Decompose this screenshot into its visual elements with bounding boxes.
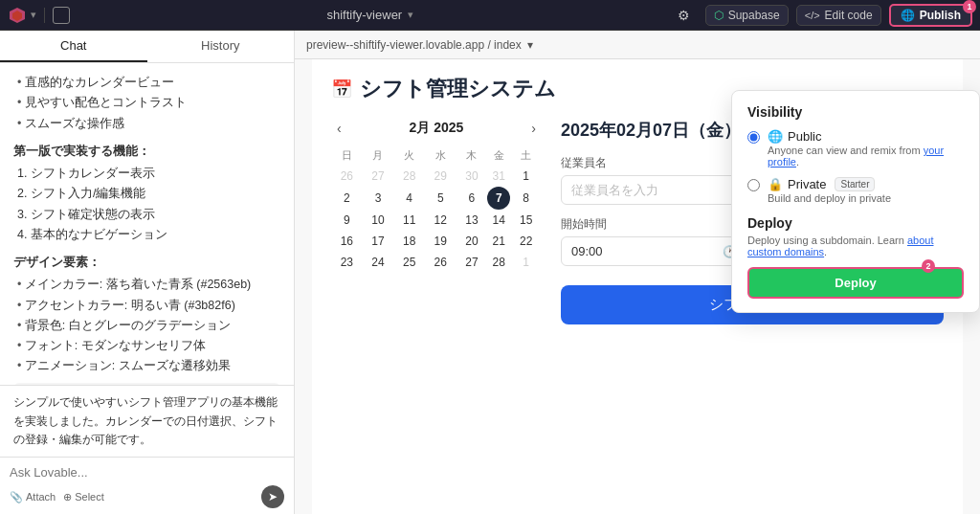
list-item: アクセントカラー: 明るい青 (#3b82f6) [17,296,280,316]
calendar-prev-button[interactable]: ‹ [331,119,347,138]
select-label: Select [75,491,104,503]
app-title: シフト管理システム [360,75,556,103]
list-item: 基本的なナビゲーション [31,225,280,245]
publish-button[interactable]: 🌐 Publish 1 [889,4,972,27]
public-label: 🌐 Public [768,129,964,144]
calendar-day[interactable]: 13 [457,210,488,231]
private-sub: Build and deploy in private [768,192,891,204]
supabase-button[interactable]: ⬡ Supabase [705,5,789,26]
calendar-month: 2月 2025 [410,120,464,137]
edit-code-button[interactable]: </> Edit code [796,5,881,26]
preview-chevron[interactable]: ▾ [527,38,533,52]
deploy-badge: 2 [922,259,935,273]
calendar-day[interactable]: 14 [487,210,510,231]
private-details: 🔒 Private Starter Build and deploy in pr… [768,177,891,204]
calendar-day[interactable]: 23 [331,252,363,273]
start-time-value: 09:00 [571,244,603,258]
list-item: シフトカレンダー表示 [31,164,280,184]
calendar-day[interactable]: 17 [363,231,394,252]
square-icon[interactable] [53,7,70,24]
calendar-day[interactable]: 22 [510,231,542,252]
calendar-day[interactable]: 24 [363,252,394,273]
calendar-day[interactable]: 8 [510,187,542,210]
list-item: スムーズな操作感 [17,114,280,134]
calendar-nav: ‹ 2月 2025 › [331,119,542,138]
calendar-day[interactable]: 26 [331,166,363,187]
calendar-day[interactable]: 6 [457,187,488,210]
calendar-day[interactable]: 18 [393,231,425,252]
sidebar: Chat History 直感的なカレンダービュー 見やすい配色とコントラスト … [0,31,295,514]
calendar-day[interactable]: 7 [487,187,510,210]
topbar-chevron[interactable]: ▾ [408,9,413,21]
calendar-day[interactable]: 1 [510,166,542,187]
calendar-day[interactable]: 20 [457,231,488,252]
public-sub: Anyone can view and remix from your prof… [768,145,964,168]
list-item: メインカラー: 落ち着いた青系 (#2563eb) [17,275,280,295]
list-item: シフト確定状態の表示 [31,205,280,225]
profile-link[interactable]: your profile [768,145,944,168]
calendar-day[interactable]: 28 [487,252,510,273]
calendar-day[interactable]: 9 [331,210,363,231]
calendar-day[interactable]: 3 [363,187,394,210]
divider [44,8,45,23]
public-option: 🌐 Public Anyone can view and remix from … [747,129,964,168]
supabase-label: Supabase [728,9,780,22]
globe-icon-2: 🌐 [768,129,783,144]
list-item: 背景色: 白とグレーのグラデーション [17,316,280,336]
deploy-btn-wrapper: Deploy 2 [747,267,964,299]
edit-code-label: Edit code [825,9,873,22]
select-icon: ⊕ [63,491,72,503]
calendar-header-icon: 📅 [331,78,352,100]
section-design: デザイン要素： [13,253,280,273]
sidebar-summary: シンプルで使いやすいシフト管理アプリの基本機能を実装しました。カレンダーでの日付… [0,385,294,457]
preview-bar: preview--shiftify-viewer.lovable.app / i… [295,31,980,59]
calendar-day[interactable]: 2 [331,187,363,210]
list-item: フォント: モダンなサンセリフ体 [17,336,280,356]
calendar-day[interactable]: 16 [331,231,363,252]
calendar-day[interactable]: 25 [393,252,425,273]
calendar-day[interactable]: 31 [487,166,510,187]
list-item: アニメーション: スムーズな遷移効果 [17,356,280,376]
preview-path: preview--shiftify-viewer.lovable.app / i… [306,38,522,52]
list-item: 直感的なカレンダービュー [17,73,280,93]
tab-history[interactable]: History [147,31,295,62]
calendar-day[interactable]: 29 [425,166,457,187]
private-radio[interactable] [747,179,760,191]
topbar-right: ⚙ ⬡ Supabase </> Edit code 🌐 Publish 1 [671,4,972,27]
topbar-center: shiftify-viewer ▾ [78,8,663,22]
send-button[interactable]: ➤ [261,485,284,508]
settings-button[interactable]: ⚙ [671,4,698,27]
calendar-day[interactable]: 27 [457,252,488,273]
attach-button[interactable]: 📎 Attach [10,491,56,503]
select-button[interactable]: ⊕ Select [63,491,104,503]
calendar-day[interactable]: 19 [425,231,457,252]
calendar-day[interactable]: 5 [425,187,457,210]
calendar: ‹ 2月 2025 › 日 月 火 水 木 [331,119,542,324]
calendar-day[interactable]: 15 [510,210,542,231]
calendar-day[interactable]: 21 [487,231,510,252]
calendar-day[interactable]: 12 [425,210,457,231]
calendar-day[interactable]: 10 [363,210,394,231]
calendar-day[interactable]: 1 [510,252,542,273]
preview-content: 📅 シフト管理システム ‹ 2月 2025 › [295,59,980,514]
private-label: 🔒 Private Starter [768,177,891,191]
app-logo: ▾ [8,6,36,25]
public-radio[interactable] [747,131,760,144]
tab-chat[interactable]: Chat [0,31,147,62]
calendar-day[interactable]: 26 [425,252,457,273]
edit-code-icon: </> [805,10,820,21]
main-layout: Chat History 直感的なカレンダービュー 見やすい配色とコントラスト … [0,31,980,514]
logo-chevron[interactable]: ▾ [31,9,36,21]
start-time-display[interactable]: 09:00 🕐 [561,236,747,266]
custom-domains-link[interactable]: about custom domains [747,235,933,257]
day-header: 土 [510,145,542,166]
calendar-day[interactable]: 28 [393,166,425,187]
calendar-day[interactable]: 30 [457,166,488,187]
deploy-title: Deploy [747,215,964,231]
calendar-next-button[interactable]: › [525,119,542,138]
calendar-day[interactable]: 4 [393,187,425,210]
calendar-day[interactable]: 11 [393,210,425,231]
chat-input[interactable] [10,463,284,481]
calendar-day[interactable]: 27 [363,166,394,187]
publish-badge: 1 [963,0,976,13]
